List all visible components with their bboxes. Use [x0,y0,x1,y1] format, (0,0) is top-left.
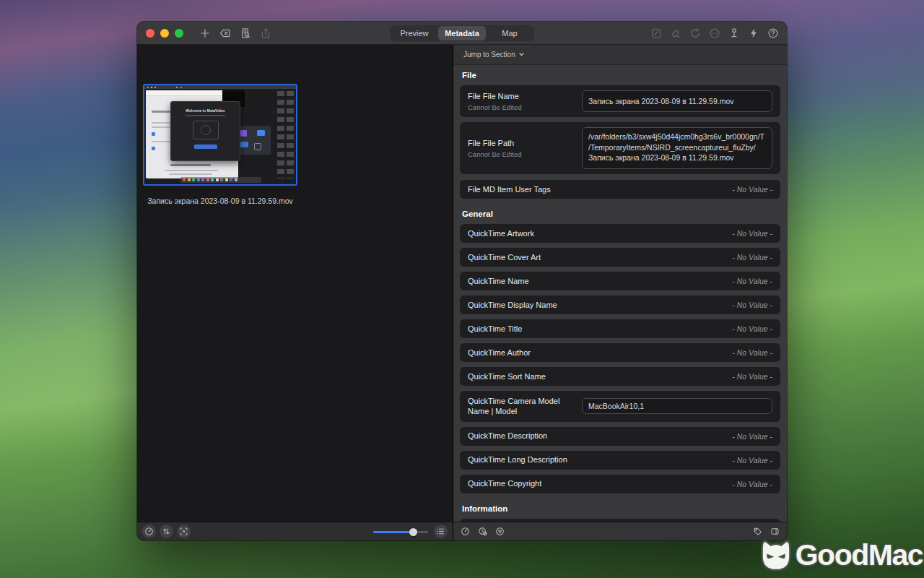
field-no-value: - No Value - [732,301,772,309]
field-no-value: - No Value - [732,277,772,285]
metadata-row[interactable]: QuickTime Long Description- No Value - [460,451,780,470]
frame-icon[interactable] [177,525,191,538]
fullscreen-button[interactable] [175,29,183,38]
metadata-list: FileFile File NameCannot Be EditedFile F… [453,65,787,540]
filter-icon[interactable] [493,525,507,538]
field-sublabel: Cannot Be Edited [468,103,582,111]
add-icon[interactable] [198,26,212,40]
metadata-row[interactable]: QuickTime Cover Art- No Value - [460,248,780,267]
chevron-down-icon [519,53,524,56]
field-no-value: - No Value - [732,372,772,381]
file-thumbnail[interactable]: Welcome to MetaVideo [143,84,297,186]
help-icon[interactable] [766,26,780,40]
metadata-row[interactable]: QuickTime Title- No Value - [460,319,780,338]
field-label: File File Name [468,91,582,101]
toolbar-right-group [649,26,780,40]
zoom-slider-thumb[interactable] [409,528,417,536]
thumbnail-zoom-slider[interactable] [373,527,428,537]
jump-to-section-menu[interactable]: Jump to Section [453,45,787,65]
history-check-icon[interactable] [476,525,489,538]
goodmac-cat-icon [757,538,795,572]
browser-tool-buttons [142,525,191,538]
browser-bottom-toolbar [137,522,453,540]
gauge-icon[interactable] [458,525,472,538]
app-window: PreviewMetadataMap [137,22,787,540]
sort-icon[interactable] [160,525,173,538]
undo-icon [688,26,702,40]
export-icon [258,26,272,40]
field-label: File File Path [468,138,582,148]
section-header: Information [462,504,778,513]
view-tabs: PreviewMetadataMap [390,25,534,41]
metadata-row[interactable]: QuickTime Description- No Value - [460,427,780,446]
metadata-field-row: File File NameCannot Be Edited [460,85,780,117]
window-content: Welcome to MetaVideo Запись экрана 2023-… [137,45,787,540]
location-pin-icon[interactable] [727,26,741,40]
metadata-row[interactable]: QuickTime Copyright- No Value - [460,475,780,493]
more-icon [707,26,721,40]
field-label: QuickTime Name [468,276,529,286]
list-view-icon[interactable] [434,525,448,538]
field-value-input[interactable] [582,398,772,414]
metadata-row[interactable]: QuickTime Sort Name- No Value - [460,367,780,386]
field-label: QuickTime Author [468,348,531,358]
minimize-button[interactable] [160,29,169,38]
sidebar-right-icon[interactable] [768,525,782,538]
field-label: QuickTime Long Description [468,454,567,465]
metadata-tool-buttons [458,525,507,538]
metadata-bottom-toolbar [453,522,787,540]
field-label: QuickTime Artwork [468,228,534,238]
browser-view-buttons [434,525,448,538]
section-header: File [462,71,778,79]
field-label: QuickTime Sort Name [468,371,546,381]
gauge-icon[interactable] [142,525,156,538]
metadata-row[interactable]: File MD Item User Tags- No Value - [460,180,780,199]
file-name-caption: Запись экрана 2023-08-09 в 11.29.59.mov [143,197,297,205]
field-label: QuickTime Display Name [468,300,557,310]
field-no-value: - No Value - [732,253,772,262]
titlebar: PreviewMetadataMap [137,22,787,45]
metadata-field-row: QuickTime Camera Model Name | Model [460,391,780,422]
metadata-field-row: File File PathCannot Be Edited [460,122,780,174]
close-button[interactable] [146,29,154,38]
field-no-value: - No Value - [732,456,772,465]
tab-metadata[interactable]: Metadata [438,26,486,40]
clear-delete-icon[interactable] [218,26,232,40]
document-inspector-icon[interactable] [238,26,252,40]
field-label: QuickTime Camera Model Name | Model [468,396,582,417]
tag-icon[interactable] [751,525,764,538]
lightning-icon[interactable] [746,26,760,40]
field-label: QuickTime Cover Art [468,252,541,262]
tab-preview[interactable]: Preview [391,26,438,40]
field-label: QuickTime Title [468,324,522,334]
field-no-value: - No Value - [732,432,772,441]
field-no-value: - No Value - [732,324,772,333]
field-label: File MD Item User Tags [468,184,551,194]
edit-icon [649,26,663,40]
field-no-value: - No Value - [732,185,772,194]
field-no-value: - No Value - [732,348,772,357]
tab-map[interactable]: Map [486,26,533,40]
section-header: General [462,210,778,218]
field-value-input[interactable] [582,127,772,169]
goodmac-text: GoodMac [796,538,923,572]
field-value-input[interactable] [582,90,772,112]
metadata-panel: Jump to Section FileFile File NameCannot… [453,45,787,540]
field-sublabel: Cannot Be Edited [468,150,582,158]
toolbar-left-group [198,26,272,40]
thumbnail-desktop-scene: Welcome to MetaVideo [144,85,296,184]
eraser-icon [668,26,682,40]
field-no-value: - No Value - [732,480,772,488]
thumbnail-dialog-title: Welcome to MetaVideo [171,108,240,113]
metadata-row[interactable]: QuickTime Artwork- No Value - [460,224,780,243]
metadata-row[interactable]: QuickTime Name- No Value - [460,272,780,290]
metadata-view-buttons [751,525,782,538]
metadata-row[interactable]: QuickTime Author- No Value - [460,343,780,362]
goodmac-watermark: GoodMac [757,538,923,572]
browser-panel: Welcome to MetaVideo Запись экрана 2023-… [137,45,453,540]
metadata-row[interactable]: QuickTime Display Name- No Value - [460,296,780,314]
field-no-value: - No Value - [732,229,772,238]
field-label: QuickTime Description [468,431,547,441]
window-controls [146,29,183,38]
field-label: QuickTime Copyright [468,478,541,488]
